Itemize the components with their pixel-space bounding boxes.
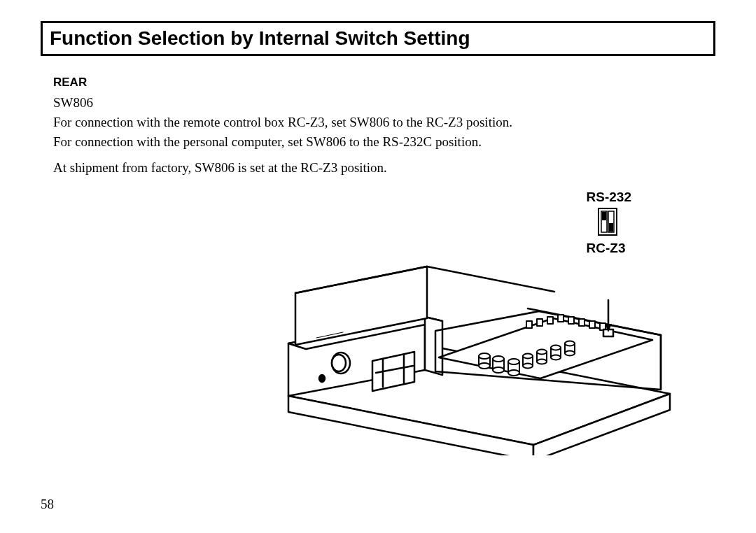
instruction-rcz3: For connection with the remote control b… (53, 113, 715, 132)
svg-point-41 (551, 355, 561, 360)
svg-point-18 (479, 353, 490, 359)
svg-rect-48 (547, 317, 553, 324)
section-title: Function Selection by Internal Switch Se… (50, 27, 706, 50)
svg-point-58 (332, 355, 346, 371)
svg-point-59 (319, 375, 325, 382)
svg-rect-47 (537, 319, 542, 326)
factory-default-note: At shipment from factory, SW806 is set a… (53, 159, 715, 177)
svg-point-34 (537, 349, 547, 354)
svg-point-22 (493, 356, 504, 362)
svg-point-45 (565, 350, 575, 355)
svg-point-25 (493, 367, 504, 373)
device-diagram-icon (274, 239, 687, 455)
diagram-zone: RS-232 RC-Z3 (41, 190, 715, 455)
page-number: 58 (41, 497, 54, 512)
svg-rect-4 (609, 223, 613, 232)
svg-point-21 (479, 363, 490, 369)
svg-point-30 (523, 353, 533, 358)
svg-point-33 (523, 363, 533, 368)
manual-page: Function Selection by Internal Switch Se… (0, 0, 756, 533)
svg-rect-52 (589, 321, 595, 328)
svg-rect-51 (579, 319, 584, 326)
switch-label-top: RS-232 (587, 190, 631, 205)
svg-point-37 (537, 359, 547, 364)
svg-point-42 (565, 341, 575, 346)
svg-point-26 (508, 359, 519, 364)
svg-rect-50 (568, 317, 574, 324)
section-title-box: Function Selection by Internal Switch Se… (41, 21, 715, 56)
dip-switch-icon (598, 208, 631, 239)
instruction-rs232c: For connection with the personal compute… (53, 133, 715, 151)
switch-id: SW806 (53, 94, 715, 112)
svg-point-29 (508, 370, 519, 376)
svg-line-16 (427, 266, 554, 292)
svg-marker-10 (425, 317, 442, 375)
svg-rect-2 (602, 212, 606, 220)
svg-rect-49 (558, 315, 564, 322)
svg-rect-46 (526, 321, 532, 328)
svg-point-38 (551, 345, 561, 350)
body-text: SW806 For connection with the remote con… (53, 94, 715, 177)
rear-label: REAR (53, 76, 715, 90)
